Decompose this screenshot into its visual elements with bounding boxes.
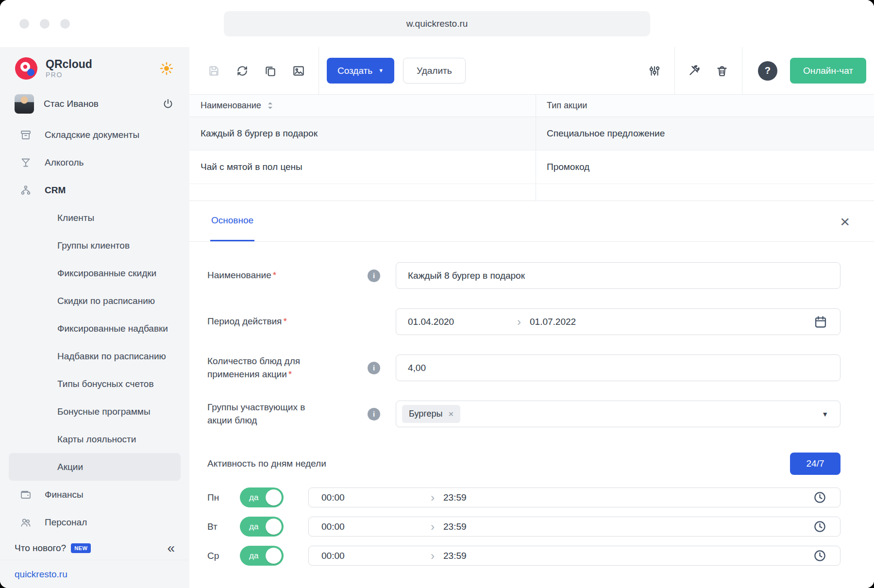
theme-sun-icon[interactable] [158,60,175,77]
tag-remove-icon[interactable]: × [448,409,454,419]
sidebar-item-finance[interactable]: Финансы [9,481,181,508]
sidebar-item-label: Финансы [45,489,84,500]
tab-main[interactable]: Основное [210,201,254,241]
day-row-wed: Ср да 00:00 › 23:59 [207,546,840,566]
all-day-button[interactable]: 24/7 [790,453,840,475]
sidebar-item-loyalty-cards[interactable]: Карты лояльности [9,425,181,453]
time-range-input[interactable]: 00:00 › 23:59 [308,517,840,537]
period-from-value[interactable]: 01.04.2020 [408,317,517,327]
column-header-type: Тип акции [536,95,874,117]
field-name-row: Наименование* i Каждый 8 бургер в подаро… [207,262,840,289]
info-icon[interactable]: i [368,408,380,420]
refresh-icon[interactable] [231,60,253,82]
day-toggle[interactable]: да [240,487,284,507]
clock-icon[interactable] [812,519,827,534]
help-button[interactable]: ? [758,61,777,81]
sidebar-item-warehouse-docs[interactable]: Складские документы [9,121,181,149]
sidebar-item-scheduled-discounts[interactable]: Скидки по расписанию [9,287,181,315]
window-controls [19,19,70,29]
time-range-input[interactable]: 00:00 › 23:59 [308,546,840,566]
time-to-value[interactable]: 23:59 [443,551,467,561]
window-minimize-button[interactable] [40,19,50,29]
sidebar-item-promotions[interactable]: Акции [9,453,181,481]
sidebar-item-staff[interactable]: Персонал [9,508,181,536]
gallery-icon[interactable] [287,60,310,82]
main-area: Создать ▼ Удалить ? [189,47,874,588]
chevron-right-icon: › [431,492,435,504]
app-window: w.quickresto.ru QRcloud PRO [0,0,874,588]
toggle-knob [266,548,282,564]
create-button[interactable]: Создать ▼ [327,58,394,84]
sidebar-item-bonus-account-types[interactable]: Типы бонусных счетов [9,370,181,398]
time-to-value[interactable]: 23:59 [443,492,467,503]
logout-power-icon[interactable] [161,97,175,111]
sidebar-item-label: Фиксированные надбавки [57,323,168,334]
whats-new-link[interactable]: Что нового? [15,543,66,554]
day-row-tue: Вт да 00:00 › 23:59 [207,517,840,537]
sidebar-item-alcohol[interactable]: Алкоголь [9,149,181,176]
calendar-icon[interactable] [813,314,828,330]
trash-icon[interactable] [711,60,733,82]
toggle-knob [266,519,282,535]
logo-area: QRcloud PRO [0,47,189,90]
sidebar-item-fixed-discounts[interactable]: Фиксированные скидки [9,259,181,287]
table-row[interactable]: Каждый 8 бургер в подарок Специальное пр… [189,117,874,151]
quantity-input[interactable]: 4,00 [396,354,840,381]
save-icon[interactable] [203,60,225,82]
time-range-input[interactable]: 00:00 › 23:59 [308,487,840,507]
time-from-value[interactable]: 00:00 [321,521,431,532]
sidebar-item-scheduled-surcharges[interactable]: Надбавки по расписанию [9,342,181,370]
sort-icon[interactable] [267,101,273,110]
day-toggle[interactable]: да [240,517,284,537]
info-icon[interactable]: i [368,269,380,282]
user-row[interactable]: Стас Иванов [0,90,189,118]
window-zoom-button[interactable] [60,19,70,29]
clock-icon[interactable] [812,548,827,563]
delete-button[interactable]: Удалить [403,58,466,84]
qrcloud-logo [15,57,38,80]
copy-icon[interactable] [259,60,282,82]
field-label: Количество блюд для применения акции* [207,355,312,381]
column-header-name[interactable]: Наименование [189,95,536,117]
table-row[interactable]: Чай с мятой в пол цены Промокод [189,151,874,184]
logo-subtitle: PRO [46,71,92,79]
promo-detail-panel: Основное × Наименование* i Каждый 8 бург… [189,201,874,588]
period-to-value[interactable]: 01.07.2022 [530,317,576,327]
sidebar-menu: Складские документы Алкоголь CRM Клиенты… [0,121,189,536]
wallet-icon [19,488,32,501]
close-icon[interactable]: × [840,213,850,230]
name-input[interactable]: Каждый 8 бургер в подарок [396,262,840,289]
dropdown-caret-icon[interactable]: ▼ [822,410,828,418]
caret-down-icon: ▼ [378,68,384,73]
sidebar-item-fixed-surcharges[interactable]: Фиксированные надбавки [9,315,181,342]
field-label: Группы участвующих в акции блюд [207,401,312,427]
clock-icon[interactable] [812,490,827,505]
activity-label: Активность по дням недели [207,458,326,469]
filters-icon[interactable] [643,60,666,82]
online-chat-button[interactable]: Онлайн-чат [790,58,866,84]
day-toggle[interactable]: да [240,546,284,566]
toolbar-divider [742,47,742,94]
time-from-value[interactable]: 00:00 [321,492,431,503]
sidebar-item-label: Группы клиентов [57,240,130,251]
tools-icon[interactable] [683,60,705,82]
new-badge: NEW [71,543,91,553]
period-range-input[interactable]: 01.04.2020 › 01.07.2022 [396,308,840,335]
sidebar-item-bonus-programs[interactable]: Бонусные программы [9,398,181,425]
site-link[interactable]: quickresto.ru [15,569,67,580]
window-close-button[interactable] [19,19,29,29]
time-to-value[interactable]: 23:59 [443,521,467,532]
sidebar-item-client-groups[interactable]: Группы клиентов [9,232,181,259]
field-groups-row: Группы участвующих в акции блюд i Бургер… [207,401,840,427]
sidebar-item-crm[interactable]: CRM [9,176,181,204]
toolbar: Создать ▼ Удалить ? [189,47,874,95]
sidebar-item-clients[interactable]: Клиенты [9,204,181,232]
time-from-value[interactable]: 00:00 [321,551,431,561]
warehouse-icon [19,129,32,141]
sidebar-item-label: Клиенты [57,213,94,223]
required-mark: * [283,316,286,326]
groups-multiselect[interactable]: Бургеры × ▼ [396,401,840,427]
address-bar[interactable]: w.quickresto.ru [224,11,650,36]
info-icon[interactable]: i [368,362,380,374]
collapse-sidebar-icon[interactable]: « [167,541,175,555]
